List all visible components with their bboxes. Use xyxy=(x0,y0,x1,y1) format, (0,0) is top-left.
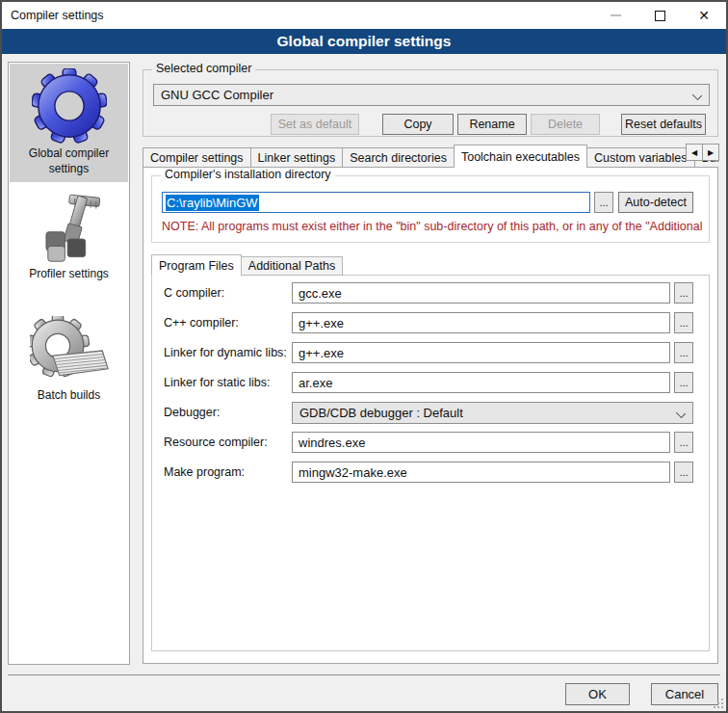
ok-button[interactable]: OK xyxy=(565,683,630,705)
resource-compiler-input[interactable] xyxy=(292,432,670,453)
tab-additional-paths[interactable]: Additional Paths xyxy=(241,256,343,276)
minimize-icon xyxy=(611,14,621,16)
page-title: Global compiler settings xyxy=(2,29,726,54)
installation-directory-legend: Compiler's installation directory xyxy=(161,168,335,181)
delete-button[interactable]: Delete xyxy=(531,114,600,135)
selected-compiler-group: Selected compiler GNU GCC Compiler Set a… xyxy=(143,69,718,137)
resource-compiler-label: Resource compiler: xyxy=(152,436,292,449)
installation-directory-input[interactable]: C:\raylib\MinGW xyxy=(162,192,590,213)
resource-compiler-row: Resource compiler: ... xyxy=(152,432,709,453)
debugger-select[interactable]: GDB/CDB debugger : Default xyxy=(292,402,693,424)
static-linker-row: Linker for static libs: ... xyxy=(152,372,709,393)
program-files-page: C compiler: ... C++ compiler: ... Linker… xyxy=(151,275,710,651)
cpp-compiler-input[interactable] xyxy=(292,312,670,333)
debugger-label: Debugger: xyxy=(152,406,292,419)
settings-tabstrip: Compiler settings Linker settings Search… xyxy=(143,143,718,168)
selected-compiler-legend: Selected compiler xyxy=(152,62,255,75)
c-compiler-label: C compiler: xyxy=(152,286,292,300)
installation-directory-group: Compiler's installation directory C:\ray… xyxy=(151,175,710,243)
c-compiler-row: C compiler: ... xyxy=(152,282,709,304)
make-program-label: Make program: xyxy=(152,465,292,479)
compiler-select-value: GNU GCC Compiler xyxy=(161,88,273,102)
c-compiler-browse-button[interactable]: ... xyxy=(674,282,693,304)
window-title: Compiler settings xyxy=(2,9,104,22)
resize-grip[interactable] xyxy=(713,698,724,709)
arrow-left-icon: ◀ xyxy=(691,148,697,157)
resource-compiler-browse-button[interactable]: ... xyxy=(674,432,693,453)
installation-directory-browse-button[interactable]: ... xyxy=(594,192,613,213)
chevron-down-icon xyxy=(676,408,686,417)
tab-program-files[interactable]: Program Files xyxy=(151,254,242,277)
cancel-button[interactable]: Cancel xyxy=(651,683,718,705)
close-icon: ✕ xyxy=(698,9,710,22)
compiler-select[interactable]: GNU GCC Compiler xyxy=(153,84,710,106)
debugger-row: Debugger: GDB/CDB debugger : Default xyxy=(152,402,709,423)
chevron-down-icon xyxy=(692,91,702,100)
gray-gear-stack-icon xyxy=(30,316,109,385)
compiler-settings-window: Compiler settings ✕ Global compiler sett… xyxy=(0,0,728,713)
make-program-row: Make program: ... xyxy=(152,462,709,483)
cpp-compiler-row: C++ compiler: ... xyxy=(152,312,709,333)
tab-scroll-buttons: ◀ ▶ xyxy=(686,144,719,161)
program-files-tabstrip: Program Files Additional Paths xyxy=(151,252,342,276)
maximize-icon xyxy=(655,11,665,21)
static-linker-browse-button[interactable]: ... xyxy=(674,372,693,393)
c-compiler-input[interactable] xyxy=(292,282,670,304)
tab-scroll-right-button[interactable]: ▶ xyxy=(702,144,719,161)
window-controls: ✕ xyxy=(593,2,726,29)
toolchain-executables-page: Compiler's installation directory C:\ray… xyxy=(143,167,718,664)
cpp-compiler-browse-button[interactable]: ... xyxy=(674,312,693,333)
sidebar-item-label: Global compiler settings xyxy=(12,146,126,176)
tab-search-directories[interactable]: Search directories xyxy=(342,147,455,168)
make-program-browse-button[interactable]: ... xyxy=(674,462,693,483)
tab-compiler-settings[interactable]: Compiler settings xyxy=(143,147,251,168)
close-button[interactable]: ✕ xyxy=(682,2,726,29)
static-linker-label: Linker for static libs: xyxy=(152,376,292,389)
settings-category-sidebar: Global compiler settings xyxy=(8,62,130,665)
dynamic-linker-label: Linker for dynamic libs: xyxy=(152,346,292,359)
caliper-icon xyxy=(34,193,105,264)
static-linker-input[interactable] xyxy=(292,372,670,393)
tab-custom-variables[interactable]: Custom variables xyxy=(586,147,695,168)
set-as-default-button[interactable]: Set as default xyxy=(271,114,359,135)
blue-gear-icon xyxy=(32,68,107,144)
installation-directory-row: C:\raylib\MinGW ... Auto-detect xyxy=(162,192,693,213)
compiler-actions: Set as default Copy Rename Delete Reset … xyxy=(143,114,710,135)
sidebar-item-label: Profiler settings xyxy=(29,267,109,282)
maximize-button[interactable] xyxy=(637,2,682,29)
auto-detect-button[interactable]: Auto-detect xyxy=(618,192,693,213)
rename-button[interactable]: Rename xyxy=(457,114,527,135)
arrow-right-icon: ▶ xyxy=(708,148,714,157)
copy-button[interactable]: Copy xyxy=(382,114,454,135)
dynamic-linker-input[interactable] xyxy=(292,342,670,363)
titlebar: Compiler settings ✕ xyxy=(2,2,726,29)
cpp-compiler-label: C++ compiler: xyxy=(152,316,292,330)
sidebar-item-global-compiler-settings[interactable]: Global compiler settings xyxy=(10,64,128,182)
tab-toolchain-executables[interactable]: Toolchain executables xyxy=(454,145,587,168)
sidebar-item-label: Batch builds xyxy=(38,388,100,404)
reset-defaults-button[interactable]: Reset defaults xyxy=(621,114,706,135)
installation-directory-value: C:\raylib\MinGW xyxy=(166,195,259,211)
tab-scroll-left-button[interactable]: ◀ xyxy=(686,144,703,161)
sidebar-item-profiler-settings[interactable]: Profiler settings xyxy=(10,188,128,288)
footer-divider xyxy=(8,674,720,675)
make-program-input[interactable] xyxy=(292,462,670,483)
dynamic-linker-browse-button[interactable]: ... xyxy=(674,342,693,363)
debugger-select-value: GDB/CDB debugger : Default xyxy=(299,406,463,420)
minimize-button[interactable] xyxy=(593,2,637,29)
dynamic-linker-row: Linker for dynamic libs: ... xyxy=(152,342,709,363)
sidebar-item-batch-builds[interactable]: Batch builds xyxy=(10,311,128,409)
installation-directory-note: NOTE: All programs must exist either in … xyxy=(162,220,707,233)
tab-linker-settings[interactable]: Linker settings xyxy=(250,147,344,168)
